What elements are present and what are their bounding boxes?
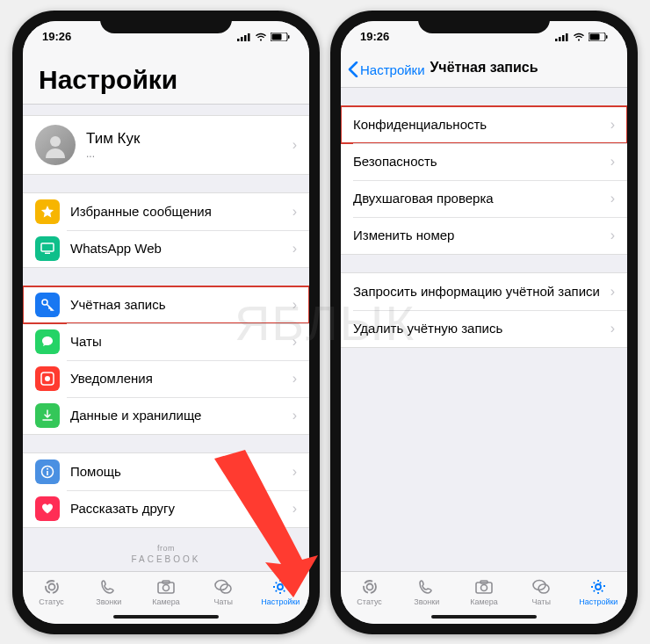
row-label: Рассказать другу	[70, 501, 292, 516]
key-icon	[35, 293, 60, 317]
star-icon	[35, 199, 60, 224]
svg-point-21	[215, 580, 228, 590]
account-row[interactable]: Двухшаговая проверка›	[341, 180, 627, 217]
profile-name: Тим Кук	[86, 130, 292, 148]
account-row[interactable]: Запросить информацию учётной записи›	[341, 273, 627, 310]
tab-label: Звонки	[96, 597, 121, 606]
svg-rect-3	[248, 33, 250, 41]
tab-label: Статус	[357, 597, 381, 606]
tab-label: Чаты	[531, 597, 550, 606]
svg-rect-14	[47, 471, 48, 475]
notch	[100, 11, 232, 33]
tab-label: Камера	[470, 597, 497, 606]
row-label: Изменить номер	[353, 228, 610, 242]
account-row[interactable]: Конфиденциальность›	[341, 106, 627, 143]
settings-row-desktop[interactable]: WhatsApp Web›	[23, 230, 309, 267]
notch	[418, 11, 550, 33]
settings-row-data[interactable]: Данные и хранилище›	[23, 397, 309, 434]
chevron-right-icon: ›	[610, 117, 615, 133]
chevron-right-icon: ›	[610, 191, 615, 206]
row-label: Конфиденциальность	[353, 117, 610, 132]
svg-point-23	[278, 584, 283, 590]
svg-point-32	[364, 581, 376, 593]
chevron-right-icon: ›	[292, 464, 297, 480]
battery-icon	[589, 33, 608, 41]
svg-rect-27	[562, 35, 565, 41]
tab-status[interactable]: Статус	[25, 577, 78, 606]
row-label: Удалить учётную запись	[353, 321, 610, 336]
svg-rect-2	[244, 35, 247, 41]
profile-sub: ...	[86, 148, 292, 160]
svg-rect-8	[41, 243, 54, 251]
svg-rect-31	[606, 35, 608, 39]
chevron-right-icon: ›	[292, 501, 297, 517]
chevron-right-icon: ›	[292, 371, 297, 387]
status-time: 19:26	[360, 30, 389, 43]
wifi-icon	[255, 33, 267, 41]
tab-settings[interactable]: Настройки	[572, 577, 625, 606]
settings-row-chat[interactable]: Чаты›	[23, 323, 309, 360]
settings-row-star[interactable]: Избранные сообщения›	[23, 193, 309, 230]
tab-label: Настройки	[579, 597, 618, 606]
tab-calls[interactable]: Звонки	[83, 577, 135, 606]
svg-point-7	[50, 136, 61, 147]
page-title: Настройки	[39, 65, 293, 95]
settings-list[interactable]: Тим Кук ... › Избранные сообщения›WhatsA…	[23, 105, 309, 571]
home-indicator	[431, 615, 537, 619]
row-label: Помощь	[70, 464, 292, 479]
page-title: Учётная запись	[430, 60, 538, 76]
svg-rect-9	[45, 252, 50, 254]
footer-brand: from FACEBOOK	[23, 544, 309, 564]
svg-point-17	[48, 583, 54, 590]
settings-row-bell[interactable]: Уведомления›	[23, 360, 309, 397]
navbar: Настройки Учётная запись	[341, 53, 627, 88]
row-label: WhatsApp Web	[70, 241, 292, 256]
back-button[interactable]: Настройки	[348, 62, 425, 77]
chevron-right-icon: ›	[292, 297, 297, 313]
settings-row-key[interactable]: Учётная запись›	[23, 286, 309, 323]
row-label: Уведомления	[70, 371, 292, 386]
signal-icon	[555, 33, 569, 41]
tab-status[interactable]: Статус	[343, 577, 396, 606]
desktop-icon	[35, 236, 60, 261]
row-label: Двухшаговая проверка	[353, 191, 610, 206]
tab-settings[interactable]: Настройки	[254, 577, 307, 606]
tab-camera[interactable]: Камера	[458, 577, 510, 606]
tab-calls[interactable]: Звонки	[401, 577, 453, 606]
tab-label: Настройки	[261, 597, 300, 606]
svg-point-12	[45, 376, 50, 381]
row-label: Учётная запись	[70, 297, 292, 312]
row-label: Чаты	[70, 334, 292, 349]
svg-rect-25	[555, 39, 558, 41]
svg-point-15	[47, 467, 48, 469]
battery-icon	[271, 33, 290, 41]
tab-chats[interactable]: Чаты	[515, 577, 567, 606]
wifi-icon	[573, 33, 585, 41]
profile-row[interactable]: Тим Кук ... ›	[23, 116, 309, 174]
svg-rect-6	[288, 35, 290, 39]
phone-left: 19:26 Настройки Тим Кук ... ›	[12, 11, 320, 634]
row-label: Запросить информацию учётной записи	[353, 284, 610, 299]
account-list[interactable]: Конфиденциальность›Безопасность›Двухшаго…	[341, 88, 627, 571]
chevron-right-icon: ›	[610, 228, 615, 243]
signal-icon	[237, 33, 251, 41]
svg-rect-5	[272, 33, 282, 40]
tab-label: Звонки	[414, 597, 439, 606]
svg-point-35	[480, 584, 487, 590]
settings-row-heart[interactable]: Рассказать другу›	[23, 490, 309, 527]
row-label: Данные и хранилище	[70, 408, 292, 423]
tab-chats[interactable]: Чаты	[197, 577, 249, 606]
bell-icon	[35, 366, 60, 391]
avatar	[35, 125, 76, 165]
chevron-right-icon: ›	[292, 241, 297, 257]
tab-label: Статус	[39, 597, 63, 606]
account-row[interactable]: Изменить номер›	[341, 217, 627, 254]
svg-rect-30	[590, 33, 600, 40]
svg-point-19	[162, 584, 169, 590]
settings-row-info[interactable]: Помощь›	[23, 453, 309, 490]
tab-camera[interactable]: Камера	[140, 577, 192, 606]
chevron-right-icon: ›	[610, 154, 615, 170]
svg-point-16	[46, 581, 58, 593]
account-row[interactable]: Безопасность›	[341, 143, 627, 180]
account-row[interactable]: Удалить учётную запись›	[341, 310, 627, 347]
